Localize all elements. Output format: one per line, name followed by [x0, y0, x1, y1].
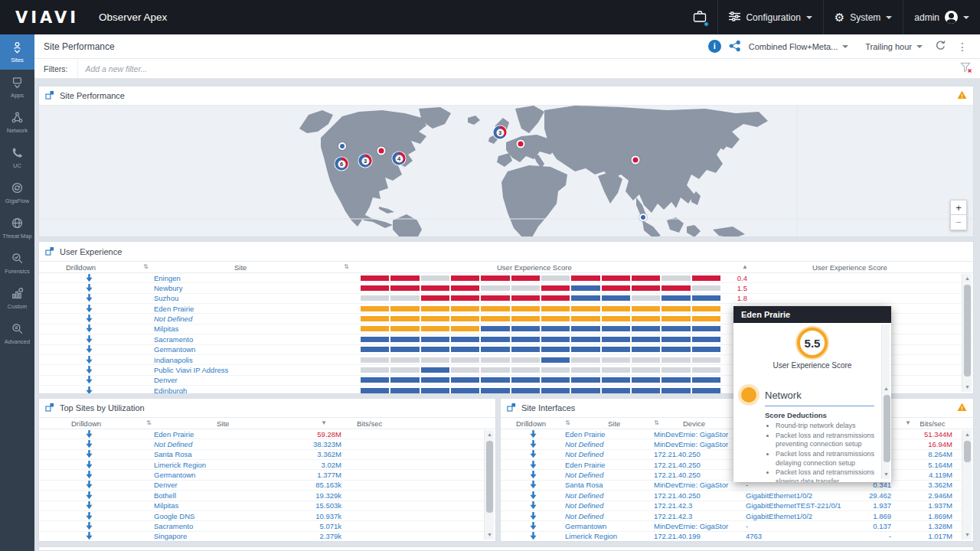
sidebar-item-sites[interactable]: Sites [0, 34, 34, 70]
drilldown-icon[interactable] [86, 430, 93, 439]
site-link[interactable]: Google DNS [154, 512, 284, 520]
info-icon[interactable]: i [708, 40, 721, 53]
scroll-down-icon[interactable]: ▼ [485, 530, 495, 540]
drilldown-icon[interactable] [530, 512, 537, 520]
interface-link[interactable]: - [746, 522, 853, 530]
interface-link[interactable]: GigabitEthernetTEST-221/0/1 [746, 501, 853, 510]
device-link[interactable]: MinDevErnie: GigaStor [654, 430, 746, 439]
scroll-down-icon[interactable]: ▼ [882, 470, 890, 479]
scroll-up-icon[interactable]: ▲ [485, 430, 495, 439]
site-link[interactable]: Not Defined [565, 501, 654, 510]
device-link[interactable]: 172.21.40.250 [654, 491, 746, 500]
sidebar-item-advanced[interactable]: Advanced [0, 316, 34, 351]
drilldown-icon[interactable] [86, 345, 93, 354]
column-device[interactable]: Device [683, 419, 705, 428]
drilldown-icon[interactable] [86, 450, 93, 458]
tooltip-scrollbar[interactable]: ▲ ▼ [881, 324, 890, 479]
warning-icon[interactable]: ! [957, 90, 967, 101]
column-site[interactable]: Site [234, 263, 247, 272]
filter-input[interactable]: Add a new filter... [77, 59, 961, 78]
scrollbar[interactable]: ▲ ▼ [962, 430, 972, 540]
device-link[interactable]: MinDevErnie: GigaStor [654, 440, 746, 448]
scrollbar[interactable]: ▲ ▼ [962, 274, 972, 392]
map-site-marker-good[interactable] [340, 144, 345, 148]
scrollbar-thumb[interactable] [884, 395, 890, 462]
site-link[interactable]: Not Defined [154, 315, 330, 323]
scrollbar-thumb[interactable] [964, 285, 971, 377]
sidebar-item-network[interactable]: Network [0, 105, 34, 140]
drilldown-icon[interactable] [86, 284, 93, 292]
clear-filter-icon[interactable] [960, 62, 972, 75]
sort-desc-icon[interactable]: ▼ [321, 419, 327, 426]
site-link[interactable]: Milpitas [154, 501, 284, 510]
drilldown-icon[interactable] [86, 471, 93, 479]
map-cluster-marker[interactable]: 6 [335, 158, 348, 171]
site-link[interactable]: Not Defined [565, 512, 654, 520]
drilldown-icon[interactable] [86, 335, 93, 344]
scrollbar-thumb[interactable] [964, 441, 971, 462]
configuration-menu[interactable]: Configuration [717, 0, 822, 34]
drilldown-icon[interactable] [86, 366, 93, 374]
site-link[interactable]: Not Defined [154, 440, 284, 448]
column-bits[interactable]: Bits/sec [357, 419, 382, 428]
device-link[interactable]: 172.21.42.3 [654, 512, 746, 520]
drilldown-icon[interactable] [86, 491, 93, 500]
drilldown-icon[interactable] [530, 430, 537, 439]
site-link[interactable]: Suzhou [154, 294, 330, 302]
system-menu[interactable]: ⚙ System [823, 0, 903, 34]
site-link[interactable]: Sacramento [154, 522, 284, 530]
drilldown-icon[interactable] [530, 471, 537, 479]
map-cluster-marker[interactable]: 4 [393, 152, 406, 165]
drilldown-icon[interactable] [86, 324, 93, 333]
site-link[interactable]: Not Defined [565, 450, 654, 458]
column-site[interactable]: Site [217, 419, 229, 428]
drilldown-icon[interactable] [86, 440, 93, 448]
sidebar-item-gigaflow[interactable]: GigaFlow [0, 175, 34, 210]
drilldown-icon[interactable] [86, 522, 93, 530]
site-link[interactable]: Germantown [154, 345, 330, 354]
sort-icon[interactable]: ⇅ [146, 419, 152, 426]
scroll-up-icon[interactable]: ▲ [962, 430, 972, 439]
site-link[interactable]: Denver [154, 481, 284, 489]
zoom-in-button[interactable]: + [950, 200, 967, 215]
interface-link[interactable]: GigabitEthernet1/0/2 [746, 512, 853, 520]
site-link[interactable]: Limerick Region [154, 461, 284, 469]
drilldown-icon[interactable] [530, 440, 537, 448]
drilldown-icon[interactable] [86, 356, 93, 364]
sort-icon[interactable]: ⇅ [143, 263, 149, 270]
site-link[interactable]: Santa Rosa [154, 450, 284, 458]
site-link[interactable]: Edinburgh [154, 386, 330, 393]
device-link[interactable]: 172.21.40.250 [654, 461, 746, 469]
site-link[interactable]: Eden Prairie [565, 430, 654, 439]
toolbox-button[interactable] [682, 0, 717, 34]
device-link[interactable]: 172.21.40.199 [654, 532, 746, 540]
sort-desc-icon[interactable]: ▼ [905, 419, 911, 426]
site-link[interactable]: Santa Rosa [565, 481, 654, 489]
column-score-bar[interactable]: User Experience Score [497, 263, 572, 272]
site-link[interactable]: Bothell [154, 491, 284, 500]
map-site-marker-degraded[interactable] [518, 142, 524, 147]
sort-icon[interactable]: ⇅ [654, 419, 659, 426]
site-link[interactable]: Indianapolis [154, 356, 330, 364]
site-link[interactable]: Eden Prairie [154, 305, 330, 313]
site-link[interactable]: Eden Prairie [154, 430, 284, 439]
sort-icon[interactable]: ⇅ [344, 263, 349, 270]
site-link[interactable]: Public Viavi IP Address [154, 366, 330, 374]
drilldown-icon[interactable] [86, 461, 93, 469]
scroll-up-icon[interactable]: ▲ [962, 274, 972, 283]
column-site[interactable]: Site [608, 419, 620, 428]
site-link[interactable]: Eningen [154, 274, 330, 282]
map-site-marker-good[interactable] [641, 215, 645, 220]
site-link[interactable]: Sacramento [154, 335, 330, 344]
sidebar-item-apps[interactable]: Apps [0, 70, 34, 105]
device-link[interactable]: 172.21.40.250 [654, 450, 746, 458]
drilldown-icon[interactable] [86, 305, 93, 313]
drilldown-icon[interactable] [86, 274, 93, 282]
column-score[interactable]: User Experience Score [812, 263, 887, 272]
drilldown-icon[interactable] [530, 501, 537, 510]
site-link[interactable]: Limerick Region [565, 532, 654, 540]
interface-link[interactable]: 4763 [746, 532, 853, 540]
sidebar-item-forensics[interactable]: Forensics [0, 246, 34, 281]
drilldown-icon[interactable] [86, 294, 93, 302]
column-bits[interactable]: Bits/sec [913, 419, 952, 428]
